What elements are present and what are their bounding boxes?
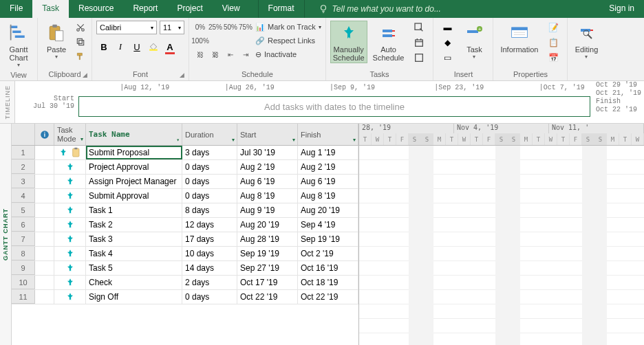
row-number[interactable]: 10 — [12, 276, 35, 289]
row-start[interactable]: Jul 30 '19 — [237, 146, 298, 159]
table-row[interactable]: 6Task 212 daysAug 20 '19Sep 4 '19 — [12, 218, 358, 232]
row-finish[interactable]: Oct 18 '19 — [298, 276, 358, 289]
respect-links-button[interactable]: 🔗Respect Links — [255, 34, 321, 47]
row-mode[interactable] — [54, 175, 86, 188]
col-duration[interactable]: Duration▾ — [182, 124, 237, 145]
row-finish[interactable]: Oct 16 '19 — [298, 261, 358, 275]
gantt-chart-area[interactable]: 28, '19Nov 4, '19Nov 11, ' TWTFSSMTWTFSS… — [358, 124, 644, 345]
link-button[interactable]: ⛓ — [193, 48, 207, 60]
manually-schedule-button[interactable]: Manually Schedule — [330, 21, 367, 63]
timeline-button[interactable]: 📅 — [544, 51, 563, 65]
row-duration[interactable]: 0 days — [182, 189, 237, 203]
bold-button[interactable]: B — [96, 40, 111, 54]
row-mode[interactable] — [54, 290, 86, 304]
gantt-chart-button[interactable]: Gantt Chart ▾ — [4, 21, 33, 69]
row-start[interactable]: Aug 6 '19 — [237, 175, 298, 188]
tab-task[interactable]: Task — [32, 0, 69, 18]
row-duration[interactable]: 14 days — [182, 261, 237, 275]
row-mode[interactable] — [54, 232, 86, 246]
col-indicators[interactable]: i — [35, 124, 54, 145]
format-painter-button[interactable] — [74, 49, 87, 63]
row-finish[interactable]: Aug 6 '19 — [298, 175, 358, 188]
timeline-body[interactable]: |Aug 12, '19|Aug 26, '19|Sep 9, '19|Sep … — [15, 81, 644, 123]
inspect-button[interactable] — [409, 21, 429, 34]
row-duration[interactable]: 0 days — [182, 175, 237, 188]
table-row[interactable]: 10Check2 daysOct 17 '19Oct 18 '19 — [12, 276, 358, 290]
row-duration[interactable]: 10 days — [182, 247, 237, 260]
copy-button[interactable] — [74, 35, 87, 49]
auto-schedule-button[interactable]: Auto Schedule — [370, 21, 407, 63]
row-number[interactable]: 9 — [12, 261, 35, 275]
row-mode[interactable] — [54, 247, 86, 260]
row-start[interactable]: Aug 28 '19 — [237, 232, 298, 246]
row-start[interactable]: Oct 17 '19 — [237, 276, 298, 289]
col-task-name[interactable]: Task Name▾ — [86, 124, 182, 145]
paste-button[interactable]: Paste ▾ — [42, 21, 71, 61]
information-button[interactable]: Information — [497, 21, 541, 55]
table-row[interactable]: 11Sign Off0 daysOct 22 '19Oct 22 '19 — [12, 290, 358, 304]
row-number[interactable]: 5 — [12, 203, 35, 217]
row-name[interactable]: Check — [86, 276, 182, 289]
italic-button[interactable]: I — [113, 40, 128, 54]
outdent-button[interactable]: ⇤ — [224, 48, 237, 60]
col-finish[interactable]: Finish▾ — [298, 124, 358, 145]
details-button[interactable]: 📋 — [544, 36, 563, 49]
row-name[interactable]: Assign Project Manager — [86, 175, 182, 188]
row-start[interactable]: Sep 19 '19 — [237, 247, 298, 260]
insert-task-button[interactable]: + Task ▾ — [460, 21, 489, 61]
timeline-placeholder[interactable]: Add tasks with dates to the timeline — [78, 96, 590, 117]
signin-link[interactable]: Sign in — [599, 0, 644, 18]
row-number[interactable]: 6 — [12, 218, 35, 232]
dialog-launcher-icon[interactable]: ◢ — [180, 71, 184, 78]
row-duration[interactable]: 2 days — [182, 276, 237, 289]
row-name[interactable]: Task 4 — [86, 247, 182, 260]
row-number[interactable]: 7 — [12, 232, 35, 246]
table-row[interactable]: 3Assign Project Manager0 daysAug 6 '19Au… — [12, 175, 358, 189]
font-color-button[interactable]: A — [162, 40, 178, 54]
row-start[interactable]: Aug 2 '19 — [237, 160, 298, 174]
row-duration[interactable]: 3 days — [182, 146, 237, 159]
row-mode[interactable] — [54, 189, 86, 203]
row-name[interactable]: Sign Off — [86, 290, 182, 304]
row-duration[interactable]: 8 days — [182, 203, 237, 217]
insert-deliverable-button[interactable]: ▭ — [438, 51, 457, 65]
tab-view[interactable]: View — [213, 0, 250, 18]
table-row[interactable]: 5Task 18 daysAug 9 '19Aug 20 '19 — [12, 203, 358, 218]
table-row[interactable]: 7Task 317 daysAug 28 '19Sep 19 '19 — [12, 232, 358, 247]
tab-report[interactable]: Report — [123, 0, 167, 18]
font-name-select[interactable]: Calibri▾ — [96, 21, 157, 34]
row-mode[interactable] — [54, 203, 86, 217]
row-duration[interactable]: 0 days — [182, 290, 237, 304]
col-start[interactable]: Start▾ — [237, 124, 298, 145]
row-duration[interactable]: 12 days — [182, 218, 237, 232]
mode-button[interactable] — [409, 51, 429, 65]
tab-file[interactable]: File — [0, 0, 32, 18]
row-finish[interactable]: Oct 2 '19 — [298, 247, 358, 260]
row-finish[interactable]: Oct 22 '19 — [298, 290, 358, 304]
tell-me-search[interactable]: Tell me what you want to do... — [305, 0, 600, 18]
indent-button[interactable]: ⇥ — [239, 48, 253, 60]
row-name[interactable]: Task 2 — [86, 218, 182, 232]
row-name[interactable]: Submit Approval — [86, 189, 182, 203]
row-number[interactable]: 2 — [12, 160, 35, 174]
pct75-button[interactable]: 75% — [239, 21, 253, 33]
table-row[interactable]: 4Submit Approval0 daysAug 8 '19Aug 8 '19 — [12, 189, 358, 203]
row-start[interactable]: Aug 8 '19 — [237, 189, 298, 203]
row-name[interactable]: Task 1 — [86, 203, 182, 217]
row-start[interactable]: Sep 27 '19 — [237, 261, 298, 275]
move-button[interactable] — [409, 36, 429, 49]
pct25-button[interactable]: 25% — [208, 21, 222, 33]
table-row[interactable]: 2Project Approval0 daysAug 2 '19Aug 2 '1… — [12, 160, 358, 175]
row-start[interactable]: Aug 9 '19 — [237, 203, 298, 217]
row-name[interactable]: Task 5 — [86, 261, 182, 275]
row-number[interactable]: 11 — [12, 290, 35, 304]
table-row[interactable]: 8Task 410 daysSep 19 '19Oct 2 '19 — [12, 247, 358, 261]
row-finish[interactable]: Aug 8 '19 — [298, 189, 358, 203]
table-row[interactable]: 1Submit Proposal3 daysJul 30 '19Aug 1 '1… — [12, 146, 358, 160]
col-task-mode[interactable]: Task Mode▾ — [54, 124, 86, 145]
row-name[interactable]: Task 3 — [86, 232, 182, 246]
row-mode[interactable] — [54, 160, 86, 174]
row-finish[interactable]: Aug 1 '19 — [298, 146, 358, 159]
tab-format[interactable]: Format — [258, 0, 305, 18]
tab-resource[interactable]: Resource — [69, 0, 123, 18]
